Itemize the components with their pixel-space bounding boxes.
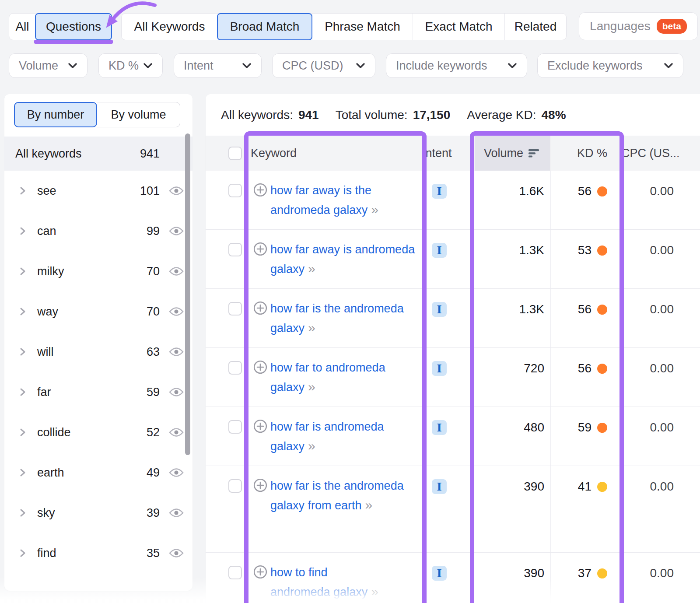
eye-icon[interactable] [160, 467, 192, 478]
chevron-right-icon[interactable] [20, 468, 27, 477]
double-chevron-right-icon[interactable]: » [371, 584, 379, 599]
sidebar-scrollbar[interactable] [185, 133, 190, 455]
volume-value: 1.6K [475, 184, 544, 198]
languages-button[interactable]: Languages beta [579, 12, 698, 40]
select-all-checkbox[interactable] [228, 147, 242, 160]
sidebar-item-sky[interactable]: sky 39 [4, 493, 192, 533]
keyword-link[interactable]: how far is the andromeda galaxy from ear… [270, 477, 416, 515]
keyword-link[interactable]: how to find andromeda galaxy» [270, 563, 380, 602]
row-checkbox[interactable] [228, 243, 242, 256]
sidebar-all-keywords-row[interactable]: All keywords 941 [4, 137, 192, 171]
circle-plus-icon[interactable] [253, 478, 268, 493]
sidebar-item-far[interactable]: far 59 [4, 372, 192, 412]
circle-plus-icon[interactable] [253, 360, 268, 375]
filter-include-keywords[interactable]: Include keywords [386, 53, 527, 78]
sidebar-item-will[interactable]: will 63 [4, 332, 192, 372]
filter-intent[interactable]: Intent [174, 53, 262, 78]
sidebar-item-collide[interactable]: collide 52 [4, 412, 192, 452]
table-row: how far is the andromeda galaxy» I 1.3K … [206, 289, 700, 348]
kd-value: 56 [550, 359, 607, 378]
intent-badge[interactable]: I [432, 184, 447, 199]
sidebar-item-earth[interactable]: earth 49 [4, 452, 192, 493]
column-header-cpc[interactable]: CPC (US... [621, 136, 680, 171]
circle-plus-icon[interactable] [253, 564, 268, 579]
annotation-arrow-icon [104, 1, 158, 31]
kd-difficulty-dot [597, 305, 607, 315]
column-header-kd[interactable]: KD % [550, 136, 617, 171]
tab-all[interactable]: All [9, 14, 35, 40]
sidebar-item-milky[interactable]: milky 70 [4, 251, 192, 291]
intent-badge[interactable]: I [432, 361, 447, 376]
row-checkbox[interactable] [228, 479, 242, 493]
sidebar-item-find[interactable]: find 35 [4, 533, 192, 573]
circle-plus-icon[interactable] [253, 242, 268, 256]
chevron-right-icon[interactable] [20, 508, 27, 517]
chevron-down-icon [143, 63, 153, 69]
tab-questions[interactable]: Questions [35, 13, 112, 40]
filter-kd[interactable]: KD % [98, 53, 163, 78]
keyword-link[interactable]: how far is the andromeda galaxy» [270, 299, 416, 338]
eye-icon[interactable] [160, 508, 192, 518]
sidebar-item-can[interactable]: can 99 [4, 211, 192, 251]
question-tabs-group: All Questions [9, 13, 112, 40]
double-chevron-right-icon[interactable]: » [308, 438, 316, 453]
tab-exact-match[interactable]: Exact Match [413, 14, 504, 40]
chevron-right-icon[interactable] [20, 549, 27, 557]
row-checkbox[interactable] [228, 184, 242, 197]
cpc-value: 0.00 [617, 243, 674, 257]
row-checkbox[interactable] [228, 361, 242, 375]
double-chevron-right-icon[interactable]: » [308, 261, 316, 276]
kd-difficulty-dot [597, 364, 607, 374]
double-chevron-right-icon[interactable]: » [308, 320, 316, 335]
chevron-right-icon[interactable] [20, 307, 27, 316]
intent-badge[interactable]: I [432, 420, 447, 435]
keyword-link[interactable]: how far to andromeda galaxy» [270, 358, 416, 397]
circle-plus-icon[interactable] [253, 182, 268, 197]
filter-cpc[interactable]: CPC (USD) [272, 53, 375, 78]
row-checkbox[interactable] [228, 566, 242, 579]
eye-icon[interactable] [160, 548, 192, 558]
chevron-right-icon[interactable] [20, 347, 27, 356]
chevron-down-icon [356, 63, 365, 69]
table-row: how to find andromeda galaxy» I 390 37 0… [206, 553, 700, 603]
column-divider [550, 553, 551, 603]
column-header-volume[interactable]: Volume [475, 136, 550, 171]
filter-exclude-keywords[interactable]: Exclude keywords [537, 53, 683, 78]
kd-difficulty-dot [597, 423, 607, 433]
intent-badge[interactable]: I [432, 243, 447, 258]
row-checkbox[interactable] [228, 420, 242, 434]
kd-value: 41 [550, 477, 607, 496]
chevron-right-icon[interactable] [20, 388, 27, 396]
beta-badge: beta [657, 19, 687, 34]
keyword-link[interactable]: how far is andromeda galaxy» [270, 417, 416, 456]
sidebar-item-see[interactable]: see 101 [4, 171, 192, 211]
tab-related[interactable]: Related [504, 14, 566, 40]
intent-badge[interactable]: I [432, 479, 447, 494]
intent-badge[interactable]: I [432, 566, 447, 581]
languages-label: Languages [590, 19, 651, 33]
circle-plus-icon[interactable] [253, 419, 268, 434]
double-chevron-right-icon[interactable]: » [365, 498, 374, 512]
chevron-right-icon[interactable] [20, 227, 27, 235]
chevron-down-icon [242, 63, 252, 69]
filter-volume[interactable]: Volume [9, 53, 88, 78]
chevron-right-icon[interactable] [20, 428, 27, 437]
sidebar-item-way[interactable]: way 70 [4, 291, 192, 332]
double-chevron-right-icon[interactable]: » [371, 202, 379, 217]
sidebar-group-list: see 101 can 99 milky 70 way 70 [4, 171, 192, 573]
keyword-link[interactable]: how far away is the andromeda galaxy» [270, 181, 416, 220]
table-row: how far is andromeda galaxy» I 480 59 0.… [206, 407, 700, 466]
row-checkbox[interactable] [228, 302, 242, 316]
cpc-value: 0.00 [617, 566, 674, 580]
toggle-by-number[interactable]: By number [14, 102, 97, 127]
circle-plus-icon[interactable] [253, 301, 268, 316]
cpc-value: 0.00 [617, 421, 674, 435]
tab-phrase-match[interactable]: Phrase Match [312, 14, 413, 40]
tab-broad-match[interactable]: Broad Match [217, 13, 312, 40]
double-chevron-right-icon[interactable]: » [308, 379, 316, 394]
chevron-right-icon[interactable] [20, 267, 27, 276]
keyword-link[interactable]: how far away is andromeda galaxy» [270, 240, 416, 279]
toggle-by-volume[interactable]: By volume [97, 102, 180, 127]
intent-badge[interactable]: I [432, 302, 447, 317]
chevron-right-icon[interactable] [20, 186, 27, 195]
